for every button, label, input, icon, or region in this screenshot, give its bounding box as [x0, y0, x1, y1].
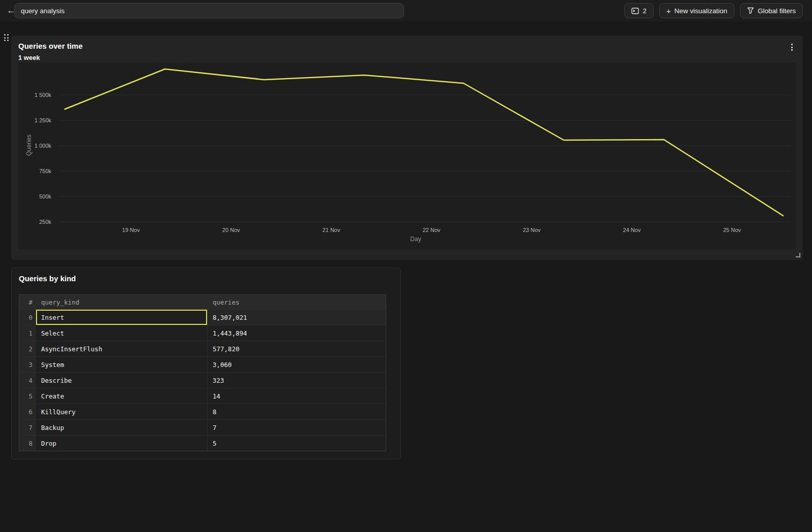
- y-tick-label: 750k: [18, 168, 51, 174]
- table-row: 7 Backup 7: [19, 419, 386, 435]
- x-tick-label: 20 Nov: [215, 227, 247, 233]
- line-chart-canvas[interactable]: Queries Day 1 500k1 250k1 000k750k500k25…: [18, 62, 796, 249]
- row-index-cell: 8: [19, 436, 36, 451]
- table-row: 8 Drop 5: [19, 435, 386, 451]
- table-row: 2 AsyncInsertFlush 577,820: [19, 341, 386, 356]
- table-header-row: # query_kind queries: [19, 295, 386, 309]
- queries-over-time-panel: Queries over time 1 week Queries Day 1 5…: [11, 36, 803, 260]
- query-kind-cell[interactable]: Select: [36, 325, 208, 341]
- x-tick-label: 25 Nov: [716, 227, 748, 233]
- table-row: 1 Select 1,443,894: [19, 325, 386, 341]
- row-index-cell: 3: [19, 357, 36, 372]
- query-kind-cell[interactable]: Insert: [36, 310, 208, 325]
- query-kind-cell[interactable]: AsyncInsertFlush: [36, 341, 208, 356]
- chart-panel-subtitle: 1 week: [18, 54, 40, 61]
- row-index-cell: 7: [19, 420, 36, 435]
- table-row: 3 System 3,060: [19, 356, 386, 372]
- query-kind-table: # query_kind queries 0 Insert 8,307,021 …: [19, 294, 386, 451]
- row-index-cell: 0: [19, 310, 36, 325]
- panel-resize-handle[interactable]: [796, 253, 800, 257]
- queries-cell[interactable]: 8: [208, 404, 386, 419]
- queries-cell[interactable]: 3,060: [208, 357, 386, 372]
- y-tick-label: 250k: [18, 219, 51, 225]
- queries-cell[interactable]: 14: [208, 388, 386, 404]
- x-tick-label: 23 Nov: [516, 227, 548, 233]
- y-tick-label: 1 000k: [18, 143, 51, 149]
- queries-cell[interactable]: 5: [208, 436, 386, 451]
- row-index-cell: 1: [19, 325, 36, 341]
- topbar-actions: 2 + New visualization Global filters: [624, 3, 803, 18]
- query-kind-cell[interactable]: KillQuery: [36, 404, 208, 419]
- queries-by-kind-panel: Queries by kind # query_kind queries 0 I…: [11, 268, 401, 459]
- queries-cell[interactable]: 1,443,894: [208, 325, 386, 341]
- table-row: 4 Describe 323: [19, 372, 386, 388]
- panel-menu-kebab-icon[interactable]: [790, 42, 794, 52]
- table-panel-title: Queries by kind: [19, 274, 76, 283]
- y-tick-label: 1 250k: [18, 117, 51, 123]
- y-tick-label: 1 500k: [18, 92, 51, 98]
- x-axis-title: Day: [400, 236, 431, 243]
- table-row: 6 KillQuery 8: [19, 404, 386, 419]
- y-tick-label: 500k: [18, 193, 51, 200]
- row-index-cell: 5: [19, 388, 36, 404]
- queries-cell[interactable]: 7: [208, 420, 386, 435]
- x-tick-label: 24 Nov: [616, 227, 648, 233]
- table-row: 0 Insert 8,307,021: [19, 309, 386, 325]
- console-tabs-button[interactable]: 2: [624, 3, 654, 18]
- x-tick-label: 19 Nov: [115, 227, 147, 233]
- queries-line-chart: [18, 62, 796, 249]
- dashboard-title-input[interactable]: [14, 3, 404, 18]
- console-tab-count: 2: [642, 7, 647, 15]
- row-index-cell: 6: [19, 404, 36, 419]
- index-column-header: #: [19, 295, 36, 309]
- query-kind-cell[interactable]: Drop: [36, 436, 208, 451]
- terminal-window-icon: [631, 8, 639, 14]
- top-bar: ← 2 + New visualization Global filters: [0, 0, 812, 21]
- query-kind-cell[interactable]: Backup: [36, 420, 208, 435]
- panel-drag-handle-icon[interactable]: [4, 34, 9, 41]
- query-kind-column-header[interactable]: query_kind: [36, 295, 208, 309]
- x-tick-label: 21 Nov: [315, 227, 348, 233]
- global-filters-label: Global filters: [758, 7, 796, 15]
- row-index-cell: 4: [19, 373, 36, 388]
- global-filters-button[interactable]: Global filters: [740, 3, 803, 18]
- query-kind-cell[interactable]: Describe: [36, 373, 208, 388]
- queries-cell[interactable]: 577,820: [208, 341, 386, 356]
- new-visualization-label: New visualization: [674, 7, 727, 15]
- plus-icon: +: [666, 7, 671, 15]
- x-tick-label: 22 Nov: [415, 227, 448, 233]
- queries-cell[interactable]: 323: [208, 373, 386, 388]
- query-kind-cell[interactable]: Create: [36, 388, 208, 404]
- filter-funnel-icon: [747, 7, 754, 14]
- chart-panel-title: Queries over time: [18, 42, 83, 50]
- new-visualization-button[interactable]: + New visualization: [659, 3, 734, 18]
- table-row: 5 Create 14: [19, 388, 386, 404]
- row-index-cell: 2: [19, 341, 36, 356]
- queries-column-header[interactable]: queries: [208, 295, 386, 309]
- queries-cell[interactable]: 8,307,021: [208, 310, 386, 325]
- query-kind-cell[interactable]: System: [36, 357, 208, 372]
